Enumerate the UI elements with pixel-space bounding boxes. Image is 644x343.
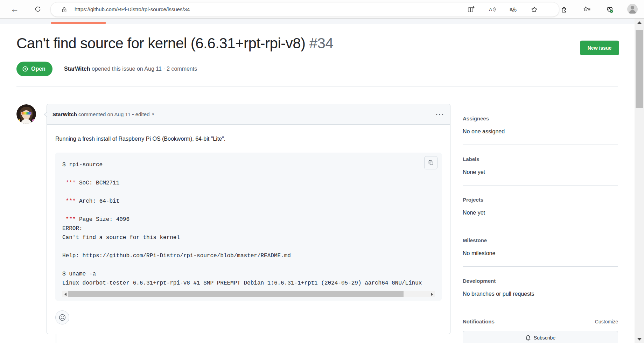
sidebar-section-assignees[interactable]: Assignees No one assigned <box>463 115 618 145</box>
issue-state-badge: Open <box>16 62 52 76</box>
comment-header: StarWitch commented on Aug 11 • edited▾ … <box>47 104 450 125</box>
sidebar-section-value: No milestone <box>463 250 618 257</box>
comment-author-avatar[interactable] <box>16 104 36 124</box>
comment-meta-separator: • <box>132 111 135 117</box>
favorites-bar-icon[interactable] <box>582 5 592 14</box>
refresh-button[interactable] <box>31 3 44 15</box>
horizontal-scrollbar-track[interactable] <box>68 291 429 297</box>
translate-icon[interactable]: aあ <box>509 5 517 14</box>
code-horizontal-scrollbar[interactable] <box>62 291 435 297</box>
header-divider <box>16 86 618 86</box>
vertical-scrollbar-thumb[interactable] <box>636 30 643 108</box>
code-line <box>62 260 435 270</box>
sidebar-section-value: No branches or pull requests <box>463 290 618 298</box>
browser-window: ← https://github.com/RPi-Distro/rpi-sour… <box>0 0 644 343</box>
back-arrow-icon: ← <box>10 5 19 13</box>
notifications-label: Notifications <box>463 318 495 325</box>
customize-link[interactable]: Customize <box>595 319 618 324</box>
issue-open-icon <box>22 66 28 72</box>
issue-byline: StarWitch opened this issue on Aug 11 · … <box>64 62 197 76</box>
sidebar-section-labels[interactable]: Labels None yet <box>463 155 618 186</box>
browser-toolbar: ← https://github.com/RPi-Distro/rpi-sour… <box>0 0 644 19</box>
copy-code-button[interactable] <box>424 156 438 169</box>
url-text[interactable]: https://github.com/RPi-Distro/rpi-source… <box>75 2 190 16</box>
add-reaction-button[interactable] <box>55 310 69 324</box>
code-line <box>62 242 435 251</box>
read-aloud-icon[interactable]: A <box>488 5 496 14</box>
notifications-row: Notifications Customize <box>463 318 618 325</box>
code-line: *** SoC: BCM2711 <box>62 178 435 188</box>
sidebar-section-value: None yet <box>463 209 618 217</box>
browser-essentials-icon[interactable] <box>605 5 614 14</box>
code-line: Help: https://github.com/RPi-Distro/rpi-… <box>62 251 435 260</box>
sidebar-section-label: Assignees <box>463 115 618 122</box>
vertical-scrollbar[interactable] <box>635 19 644 343</box>
comment-meta: commented on Aug 11 <box>77 111 132 117</box>
issue-state-label: Open <box>31 66 46 72</box>
code-line <box>62 206 435 215</box>
code-line: Can't find a source for this kernel <box>62 233 435 242</box>
subscribe-button[interactable]: Subscribe <box>463 331 618 343</box>
code-block: $ rpi-source *** SoC: BCM2711 *** Arch: … <box>55 153 442 301</box>
code-line <box>62 169 435 178</box>
refresh-icon <box>34 6 41 13</box>
sidebar-section-value: None yet <box>463 168 618 176</box>
code-line: $ rpi-source <box>62 160 435 169</box>
sidebar-section-development[interactable]: Development No branches or pull requests <box>463 277 618 307</box>
code-line: Linux doorbot-tester 6.6.31+rpt-rpi-v8 #… <box>62 279 435 288</box>
sidebar-section-label: Milestone <box>463 237 618 244</box>
code-line <box>62 188 435 197</box>
scroll-right-arrow[interactable] <box>429 291 435 297</box>
back-button[interactable]: ← <box>8 3 21 15</box>
comment-edited-label[interactable]: edited <box>135 111 150 117</box>
smiley-icon <box>59 314 66 321</box>
scroll-left-arrow[interactable] <box>62 291 68 297</box>
issue-title-text: Can't find source for kernel (6.6.31+rpt… <box>16 35 309 51</box>
sidebar-section-label: Projects <box>463 196 618 203</box>
sidebar-section-projects[interactable]: Projects None yet <box>463 196 618 226</box>
lock-icon[interactable] <box>60 5 68 14</box>
code-line: ERROR: <box>62 224 435 233</box>
selected-tab-indicator <box>51 22 106 24</box>
sidebar-section-label: Labels <box>463 155 618 163</box>
bell-icon <box>525 335 531 341</box>
github-tabnav-strip <box>0 19 635 24</box>
code-line: $ uname -a <box>62 270 435 279</box>
person-icon <box>627 4 638 14</box>
issue-title: Can't find source for kernel (6.6.31+rpt… <box>16 35 562 52</box>
address-bar[interactable]: https://github.com/RPi-Distro/rpi-source… <box>50 2 559 17</box>
subscribe-label: Subscribe <box>534 335 555 341</box>
profile-avatar[interactable] <box>627 4 638 14</box>
sidebar-section-value: No one assigned <box>463 128 618 135</box>
new-issue-label: New issue <box>588 45 611 51</box>
timeline-line <box>56 334 56 343</box>
sidebar-section-label: Development <box>463 277 618 285</box>
issue-opened-meta: opened this issue on Aug 11 · 2 comments <box>90 66 197 72</box>
new-issue-button[interactable]: New issue <box>580 41 619 55</box>
sidebar-section-milestone[interactable]: Milestone No milestone <box>463 237 618 267</box>
extensions-puzzle-icon[interactable] <box>560 5 569 14</box>
favorite-star-icon[interactable] <box>530 5 538 14</box>
edited-dropdown-caret-icon[interactable]: ▾ <box>152 112 154 117</box>
svg-text:A: A <box>489 7 492 12</box>
comment-card: StarWitch commented on Aug 11 • edited▾ … <box>47 104 450 334</box>
toolbar-divider <box>576 6 576 13</box>
comment-body: Running a fresh install of Raspberry Pi … <box>47 125 450 324</box>
copy-icon <box>428 160 434 166</box>
split-screen-icon[interactable] <box>467 5 475 14</box>
issue-sidebar: Assignees No one assigned Labels None ye… <box>463 115 618 343</box>
issue-number: #34 <box>309 35 334 51</box>
code-line: *** Arch: 64-bit <box>62 197 435 206</box>
scroll-down-arrow[interactable] <box>635 336 644 342</box>
scroll-up-arrow[interactable] <box>635 19 644 26</box>
comment-text: Running a fresh install of Raspberry Pi … <box>55 135 442 143</box>
comment-author-link[interactable]: StarWitch <box>52 111 77 117</box>
issue-author-link[interactable]: StarWitch <box>64 66 90 72</box>
comment-options-kebab-icon[interactable]: ··· <box>436 111 444 118</box>
code-line: *** Page Size: 4096 <box>62 215 435 224</box>
horizontal-scrollbar-thumb[interactable] <box>68 291 404 297</box>
